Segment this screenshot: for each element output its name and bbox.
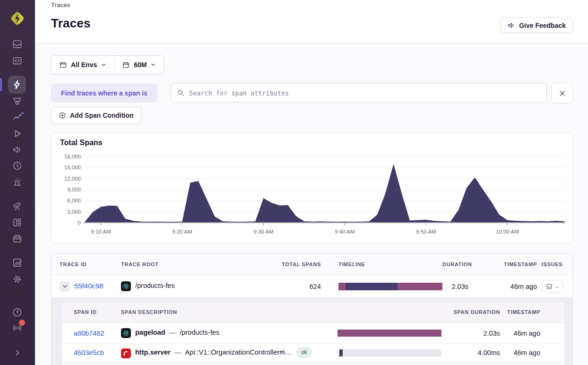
svg-text:6,000: 6,000 (67, 198, 81, 203)
svg-text:9:30 AM: 9:30 AM (253, 229, 273, 235)
performance-icon[interactable] (10, 94, 24, 107)
close-icon (558, 89, 566, 97)
col-timeline: TIMELINE (338, 261, 442, 267)
svg-text:0: 0 (78, 220, 81, 226)
archive-icon[interactable] (10, 232, 24, 245)
col-span-duration: SPAN DURATION (442, 309, 500, 315)
window-icon (59, 61, 67, 69)
environment-filter-label: All Envs (71, 61, 97, 69)
span-description: Api::V1::OrganizationController#i… (185, 348, 292, 356)
trace-table: TRACE ID TRACE ROOT TOTAL SPANS TIMELINE… (51, 253, 573, 365)
svg-text:3,000: 3,000 (67, 209, 81, 215)
expanded-trace-section: SPAN ID SPAN DESCRIPTION SPAN DURATION T… (52, 297, 572, 365)
expand-trace-button[interactable] (60, 281, 70, 292)
sentry-logo[interactable] (8, 9, 27, 28)
span-row: a80b7482 pageload—/products-fes (62, 323, 564, 344)
issues-count: – (555, 283, 559, 290)
traces-icon[interactable] (8, 76, 26, 94)
span-id-link[interactable]: a80b7482 (74, 330, 104, 337)
react-icon (121, 281, 131, 291)
explore-icon[interactable] (10, 200, 24, 213)
svg-text:9,000: 9,000 (67, 187, 81, 192)
span-timestamp[interactable]: 46m ago (514, 349, 540, 356)
col-trace-id: TRACE ID (52, 261, 121, 267)
search-input[interactable] (189, 89, 541, 97)
time-range-filter-label: 60M (134, 61, 147, 69)
separator: — (165, 329, 180, 336)
svg-text:18,000: 18,000 (64, 154, 81, 159)
settings-icon[interactable] (10, 272, 24, 286)
issues-icon[interactable] (10, 37, 24, 51)
chart-title: Total Spans (60, 139, 103, 147)
svg-text:10:00 AM: 10:00 AM (496, 229, 519, 235)
stats-icon[interactable] (10, 256, 24, 269)
col-span-timestamp: TIMESTAMP (507, 309, 540, 315)
svg-text:9:10 AM: 9:10 AM (91, 229, 111, 235)
svg-text:9:50 AM: 9:50 AM (416, 229, 436, 235)
trace-duration: 2.03s (442, 283, 468, 290)
trace-timeline-bar (338, 283, 442, 290)
next-row-hint (62, 362, 564, 365)
environment-filter[interactable]: All Envs (52, 56, 114, 74)
svg-text:9:40 AM: 9:40 AM (335, 229, 355, 235)
dashboards-icon[interactable] (10, 216, 24, 229)
span-status-badge: ok (296, 348, 312, 357)
svg-text:?: ? (16, 309, 18, 315)
svg-text:9:20 AM: 9:20 AM (172, 229, 192, 235)
span-timestamp[interactable]: 46m ago (514, 330, 540, 337)
sidebar: ? (0, 0, 35, 365)
insights-notification-dot (20, 111, 25, 115)
alerts-icon[interactable] (10, 175, 24, 188)
svg-text:15,000: 15,000 (64, 165, 81, 170)
col-issues: ISSUES (537, 261, 573, 267)
traces-page: ? Traces Traces Give F (0, 0, 588, 365)
replays-icon[interactable] (10, 127, 24, 140)
span-table-header: SPAN ID SPAN DESCRIPTION SPAN DURATION T… (62, 302, 564, 323)
issues-icon (546, 283, 553, 290)
chevron-down-icon (150, 62, 156, 68)
filter-button-group: All Envs 60M (51, 55, 164, 74)
projects-icon[interactable] (10, 54, 24, 67)
chevron-down-icon (62, 283, 68, 289)
page-header: Traces Traces Give Feedback (35, 0, 588, 43)
col-duration: DURATION (442, 261, 468, 267)
trace-timestamp[interactable]: 46m ago (510, 283, 537, 290)
give-feedback-label: Give Feedback (519, 22, 566, 29)
page-title: Traces (51, 16, 91, 31)
col-span-id: SPAN ID (62, 309, 121, 315)
give-feedback-button[interactable]: Give Feedback (500, 17, 573, 33)
trace-issues-pill[interactable]: – (542, 280, 563, 293)
span-op: http.server (135, 348, 171, 356)
plus-circle-icon (59, 112, 66, 119)
breadcrumb[interactable]: Traces (51, 1, 70, 9)
ruby-icon (121, 348, 131, 358)
time-range-filter[interactable]: 60M (114, 56, 164, 74)
feedback-icon[interactable] (10, 143, 24, 156)
chevron-down-icon (101, 62, 106, 68)
clear-search-button[interactable] (551, 83, 573, 104)
col-trace-root: TRACE ROOT (121, 261, 267, 267)
add-span-condition-label: Add Span Condition (70, 112, 134, 119)
help-icon[interactable]: ? (10, 305, 24, 319)
col-timestamp: TIMESTAMP (493, 261, 537, 267)
trace-row: 55f40c98 /products-fes 624 2.03s 46m ago (52, 275, 572, 297)
add-span-condition-button[interactable]: Add Span Condition (51, 107, 141, 124)
span-duration-bar (337, 349, 441, 356)
col-span-description: SPAN DESCRIPTION (121, 309, 336, 315)
active-nav-indicator (0, 78, 2, 91)
total-spans-chart: 03,0006,0009,00012,00015,00018,0009:10 A… (52, 133, 573, 243)
releases-icon[interactable] (10, 159, 24, 172)
span-duration-bar (337, 330, 441, 337)
trace-table-header: TRACE ID TRACE ROOT TOTAL SPANS TIMELINE… (52, 254, 572, 275)
trace-root-name: /products-fes (135, 282, 175, 289)
span-attributes-searchbar (171, 83, 547, 103)
calendar-icon (122, 61, 130, 69)
search-icon (177, 89, 185, 97)
find-traces-pill: Find traces where a span is (51, 84, 157, 103)
trace-id-link[interactable]: 55f40c98 (74, 281, 104, 289)
find-traces-label: Find traces where a span is (61, 89, 147, 97)
separator: — (171, 348, 185, 356)
span-id-link[interactable]: 4603e5cb (74, 349, 104, 356)
collapse-icon[interactable] (10, 346, 24, 359)
total-spans-value: 624 (267, 283, 321, 290)
